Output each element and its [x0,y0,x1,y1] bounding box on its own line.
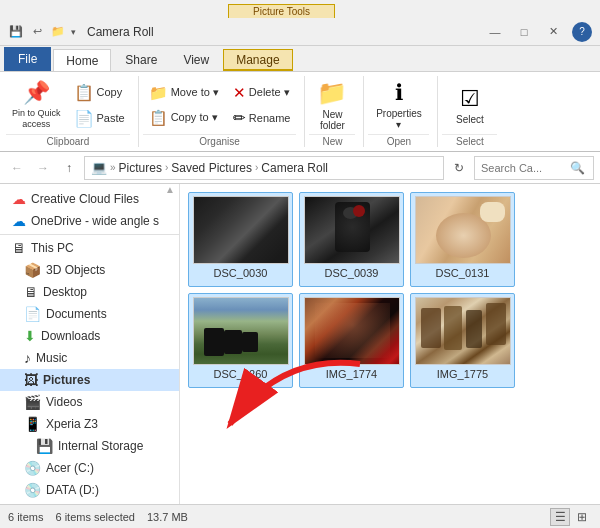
music-icon: ♪ [24,350,31,366]
onedrive-icon: ☁ [12,213,26,229]
path-sep2: › [255,162,258,173]
new-folder-button[interactable]: 📁 Newfolder [311,76,353,134]
sidebar-item-this-pc[interactable]: 🖥 This PC [0,237,179,259]
sidebar-item-videos[interactable]: 🎬 Videos [0,391,179,413]
thumb-label-dsc0260: DSC_0260 [214,368,268,380]
sidebar-item-internal-storage[interactable]: 💾 Internal Storage [0,435,179,457]
select-icon: ☑ [460,86,480,112]
file-thumb-dsc0030[interactable]: DSC_0030 [188,192,293,287]
internal-storage-icon: 💾 [36,438,53,454]
properties-button[interactable]: ℹ Properties▾ [370,76,428,134]
documents-icon: 📄 [24,306,41,322]
file-thumb-img1775[interactable]: IMG_1775 [410,293,515,388]
item-count: 6 items [8,511,43,523]
tab-share[interactable]: Share [113,49,169,71]
forward-button[interactable]: → [32,157,54,179]
move-to-button[interactable]: 📁 Move to ▾ [143,81,225,105]
view-details-button[interactable]: ☰ [550,508,570,526]
refresh-button[interactable]: ↻ [448,157,470,179]
path-sep1: › [165,162,168,173]
pin-quick-access-button[interactable]: 📌 Pin to Quickaccess [6,76,67,134]
quick-save-icon[interactable]: 💾 [8,24,24,40]
picture-tools-label: Picture Tools [228,4,335,18]
sidebar-label-documents: Documents [46,307,107,321]
sidebar-item-onedrive[interactable]: ☁ OneDrive - wide angle s [0,210,179,232]
sidebar-label-desktop: Desktop [43,285,87,299]
rename-button[interactable]: ✏ Rename [227,106,297,130]
new-folder-label: Newfolder [320,109,345,131]
quick-dropdown-icon[interactable]: ▾ [71,27,76,37]
creative-cloud-icon: ☁ [12,191,26,207]
delete-button[interactable]: ✕ Delete ▾ [227,81,297,105]
thumb-label-dsc0131: DSC_0131 [436,267,490,279]
sidebar-label-3d-objects: 3D Objects [46,263,105,277]
sidebar-item-data-d[interactable]: 💿 DATA (D:) [0,479,179,501]
select-button[interactable]: ☑ Select [450,76,490,134]
file-thumb-dsc0039[interactable]: DSC_0039 [299,192,404,287]
ribbon-tab-row: File Home Share View Manage [0,46,600,72]
sidebar-label-music: Music [36,351,67,365]
select-section: ☑ Select Select [442,76,497,147]
file-area: DSC_0030 DSC_0039 DSC_0131 [180,184,600,504]
videos-icon: 🎬 [24,394,41,410]
sidebar-label-data-d: DATA (D:) [46,483,99,497]
sidebar-item-documents[interactable]: 📄 Documents [0,303,179,325]
file-thumb-img1774[interactable]: IMG_1774 [299,293,404,388]
sidebar-item-creative-cloud[interactable]: ☁ Creative Cloud Files [0,188,179,210]
back-button[interactable]: ← [6,157,28,179]
sidebar-label-pictures: Pictures [43,373,90,387]
main-content: ▲ ☁ Creative Cloud Files ☁ OneDrive - wi… [0,184,600,504]
status-bar-right: ☰ ⊞ [550,508,592,526]
clipboard-section: 📌 Pin to Quickaccess 📋 Copy 📄 Paste Clip… [6,76,139,147]
tab-home[interactable]: Home [53,49,111,71]
thumb-img-img1775 [415,297,511,365]
sidebar-label-xperia-z3: Xperia Z3 [46,417,98,431]
help-icon[interactable]: ? [572,22,592,42]
pictures-icon: 🖼 [24,372,38,388]
address-bar: ← → ↑ 💻 » Pictures › Saved Pictures › Ca… [0,152,600,184]
sidebar-label-internal-storage: Internal Storage [58,439,143,453]
path-saved-pictures[interactable]: Saved Pictures [171,161,252,175]
sidebar-item-downloads[interactable]: ⬇ Downloads [0,325,179,347]
3d-objects-icon: 📦 [24,262,41,278]
maximize-button[interactable]: □ [510,22,538,42]
sidebar-item-3d-objects[interactable]: 📦 3D Objects [0,259,179,281]
sidebar-label-onedrive: OneDrive - wide angle s [31,214,159,228]
tab-view[interactable]: View [171,49,221,71]
file-thumb-dsc0131[interactable]: DSC_0131 [410,192,515,287]
quick-undo-icon[interactable]: ↩ [29,24,45,40]
title-bar-title: Camera Roll [87,25,154,39]
close-button[interactable]: ✕ [539,22,567,42]
thumb-img-dsc0131 [415,196,511,264]
thumb-img-dsc0260 [193,297,289,365]
xperia-icon: 📱 [24,416,41,432]
open-label: Open [368,134,429,147]
up-button[interactable]: ↑ [58,157,80,179]
paste-button[interactable]: 📄 Paste [69,106,130,131]
path-camera-roll[interactable]: Camera Roll [261,161,328,175]
select-label: Select [456,114,484,125]
view-tiles-button[interactable]: ⊞ [572,508,592,526]
search-input[interactable] [481,162,566,174]
copy-to-button[interactable]: 📋 Copy to ▾ [143,106,225,130]
sidebar-item-desktop[interactable]: 🖥 Desktop [0,281,179,303]
sidebar-item-acer-c[interactable]: 💿 Acer (C:) [0,457,179,479]
path-pictures[interactable]: Pictures [119,161,162,175]
quick-redo-icon[interactable]: 📁 [50,24,66,40]
thumb-img-dsc0030 [193,196,289,264]
sidebar-item-pictures[interactable]: 🖼 Pictures [0,369,179,391]
thumb-img-img1774 [304,297,400,365]
copy-button[interactable]: 📋 Copy [69,80,130,105]
title-bar-left: 💾 ↩ 📁 ▾ Camera Roll [8,24,154,40]
search-box[interactable]: 🔍 [474,156,594,180]
file-thumb-dsc0260[interactable]: DSC_0260 [188,293,293,388]
thumb-img-dsc0039 [304,196,400,264]
sidebar-label-this-pc: This PC [31,241,74,255]
thumb-label-img1775: IMG_1775 [437,368,488,380]
address-path[interactable]: 💻 » Pictures › Saved Pictures › Camera R… [84,156,444,180]
sidebar-item-xperia-z3[interactable]: 📱 Xperia Z3 [0,413,179,435]
tab-manage[interactable]: Manage [223,49,292,71]
sidebar-item-music[interactable]: ♪ Music [0,347,179,369]
minimize-button[interactable]: — [481,22,509,42]
tab-file[interactable]: File [4,47,51,71]
